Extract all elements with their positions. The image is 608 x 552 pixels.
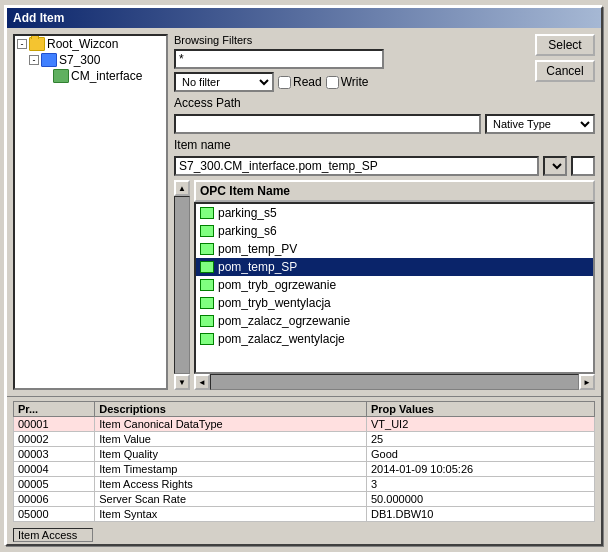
native-type-dropdown[interactable]: Native Type [485, 114, 595, 134]
add-item-dialog: Add Item - Root_Wizcon - S7_300 CM_inter… [5, 6, 603, 546]
table-cell-desc: Item Value [95, 432, 367, 447]
props-tbody: 00001Item Canonical DataTypeVT_UI200002I… [14, 417, 595, 522]
access-path-input[interactable] [174, 114, 481, 134]
item-count-input[interactable]: 2 [571, 156, 595, 176]
table-row: 00001Item Canonical DataTypeVT_UI2 [14, 417, 595, 432]
folder-icon [29, 37, 45, 51]
item-icon [200, 315, 214, 327]
table-cell-pr: 00005 [14, 477, 95, 492]
opc-item-label: pom_tryb_wentylacja [218, 296, 331, 310]
table-cell-pr: 00001 [14, 417, 95, 432]
scroll-up-button[interactable]: ▲ [174, 180, 190, 196]
table-row: 00003Item QualityGood [14, 447, 595, 462]
opc-vscroll: ▲ ▼ [174, 180, 190, 390]
tree-root[interactable]: - Root_Wizcon [15, 36, 166, 52]
table-cell-desc: Item Syntax [95, 507, 367, 522]
table-cell-val: DB1.DBW10 [367, 507, 595, 522]
table-cell-pr: 00003 [14, 447, 95, 462]
select-button[interactable]: Select [535, 34, 595, 56]
cancel-button[interactable]: Cancel [535, 60, 595, 82]
opc-item-label: pom_temp_PV [218, 242, 297, 256]
scroll-right-button[interactable]: ► [579, 374, 595, 390]
opc-list-item[interactable]: parking_s5 [196, 204, 593, 222]
table-cell-val: VT_UI2 [367, 417, 595, 432]
item-icon [200, 333, 214, 345]
status-bar: Item Access [7, 526, 601, 544]
no-filter-dropdown[interactable]: No filter [174, 72, 274, 92]
table-cell-val: 3 [367, 477, 595, 492]
right-panel: Browsing Filters No filter Read [174, 34, 595, 390]
table-cell-desc: Item Canonical DataType [95, 417, 367, 432]
tree-expand-s7[interactable]: - [29, 55, 39, 65]
col-val: Prop Values [367, 402, 595, 417]
table-row: 00002Item Value25 [14, 432, 595, 447]
opc-list-item[interactable]: parking_s6 [196, 222, 593, 240]
opc-list-item[interactable]: pom_zalacz_wentylacje [196, 330, 593, 348]
item-name-label: Item name [174, 138, 595, 152]
opc-item-label: pom_temp_SP [218, 260, 297, 274]
table-row: 00004Item Timestamp2014-01-09 10:05:26 [14, 462, 595, 477]
item-icon [200, 225, 214, 237]
tree-cm-label: CM_interface [71, 69, 142, 83]
write-checkbox[interactable] [326, 76, 339, 89]
table-cell-desc: Item Quality [95, 447, 367, 462]
tree-cm[interactable]: CM_interface [15, 68, 166, 84]
table-cell-pr: 00006 [14, 492, 95, 507]
write-label: Write [341, 75, 369, 89]
opc-list-item[interactable]: pom_tryb_wentylacja [196, 294, 593, 312]
opc-item-label: parking_s6 [218, 224, 277, 238]
opc-list-item[interactable]: pom_tryb_ogrzewanie [196, 276, 593, 294]
table-cell-val: 2014-01-09 10:05:26 [367, 462, 595, 477]
scroll-track-v[interactable] [174, 196, 190, 374]
col-desc: Descriptions [95, 402, 367, 417]
tree-root-label: Root_Wizcon [47, 37, 118, 51]
item-icon [200, 279, 214, 291]
opc-item-label: pom_zalacz_wentylacje [218, 332, 345, 346]
write-checkbox-label: Write [326, 75, 369, 89]
table-row: 05000Item SyntaxDB1.DBW10 [14, 507, 595, 522]
component-icon [41, 53, 57, 67]
browsing-filters-label: Browsing Filters [174, 34, 529, 46]
table-row: 00006Server Scan Rate50.000000 [14, 492, 595, 507]
item-name-dropdown[interactable] [543, 156, 567, 176]
tree-panel: - Root_Wizcon - S7_300 CM_interface [13, 34, 168, 390]
item-icon [200, 297, 214, 309]
read-checkbox[interactable] [278, 76, 291, 89]
props-table: Pr... Descriptions Prop Values 00001Item… [13, 401, 595, 522]
opc-list-item[interactable]: pom_zalacz_ogrzewanie [196, 312, 593, 330]
tree-expand-root[interactable]: - [17, 39, 27, 49]
item-icon [200, 261, 214, 273]
opc-list-section: ▲ ▼ OPC Item Name parking_s5parking_s6po… [174, 180, 595, 390]
opc-item-label: pom_zalacz_ogrzewanie [218, 314, 350, 328]
opc-list-item[interactable]: pom_temp_PV [196, 240, 593, 258]
bottom-panel: Pr... Descriptions Prop Values 00001Item… [7, 396, 601, 526]
table-cell-desc: Item Access Rights [95, 477, 367, 492]
item-icon [200, 207, 214, 219]
scroll-left-button[interactable]: ◄ [194, 374, 210, 390]
table-header-row: Pr... Descriptions Prop Values [14, 402, 595, 417]
read-checkbox-label: Read [278, 75, 322, 89]
item-name-input[interactable] [174, 156, 539, 176]
table-cell-desc: Item Timestamp [95, 462, 367, 477]
item-access-status: Item Access [13, 528, 93, 542]
tree-s7-label: S7_300 [59, 53, 100, 67]
opc-item-label: parking_s5 [218, 206, 277, 220]
table-cell-pr: 05000 [14, 507, 95, 522]
table-cell-val: Good [367, 447, 595, 462]
browsing-filter-input[interactable] [174, 49, 384, 69]
opc-list-item[interactable]: pom_temp_SP [196, 258, 593, 276]
table-cell-pr: 00004 [14, 462, 95, 477]
table-cell-desc: Server Scan Rate [95, 492, 367, 507]
access-path-label: Access Path [174, 96, 595, 110]
tree-s7[interactable]: - S7_300 [15, 52, 166, 68]
access-path-section: Access Path Native Type [174, 96, 595, 134]
read-label: Read [293, 75, 322, 89]
scroll-down-button[interactable]: ▼ [174, 374, 190, 390]
scroll-track-h[interactable] [210, 374, 579, 390]
table-cell-val: 25 [367, 432, 595, 447]
sub-icon [53, 69, 69, 83]
item-name-section: Item name 2 [174, 138, 595, 176]
opc-list-body: parking_s5parking_s6pom_temp_PVpom_temp_… [194, 202, 595, 374]
opc-list-header: OPC Item Name [194, 180, 595, 202]
buttons-panel: Select Cancel [535, 34, 595, 82]
